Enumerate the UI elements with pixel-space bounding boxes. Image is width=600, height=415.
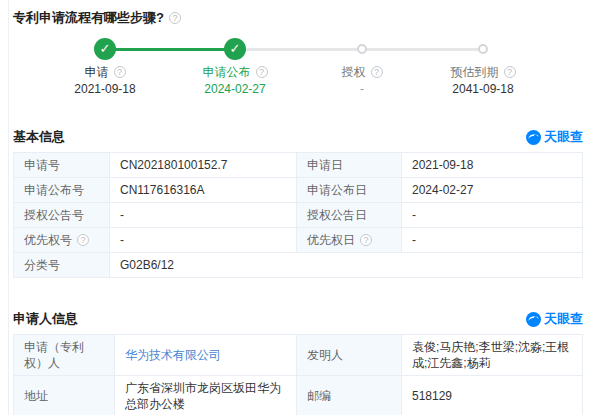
step-label-text: 申请公布: [203, 64, 251, 81]
step-pending-icon: [357, 44, 367, 54]
table-row: 授权公告号 - 授权公告日 -: [14, 203, 583, 228]
patent-detail-panel: 专利申请流程有哪些步骤? ? ✓ ✓ 申请 ? 2021-09-18 申请公布 …: [13, 0, 583, 415]
table-row: 申请（专利权）人 华为技术有限公司 发明人 袁俊;马庆艳;李世梁;沈淼;王根成;…: [14, 335, 583, 376]
field-label: 申请公布号: [14, 178, 110, 203]
field-value: -: [110, 203, 297, 228]
field-value: 2024-02-27: [402, 178, 583, 203]
step-label-apply: 申请 ?: [35, 65, 175, 79]
field-label: 申请公布日: [297, 178, 402, 203]
field-value: -: [402, 228, 583, 253]
section-title: 申请人信息: [13, 310, 78, 328]
step-label-text: 授权: [342, 64, 366, 81]
field-value: 2021-09-18: [402, 153, 583, 178]
field-label: 授权公告号: [14, 203, 110, 228]
field-label: 申请（专利权）人: [14, 335, 115, 376]
help-icon[interactable]: ?: [504, 66, 516, 78]
stepper-track-done: [105, 48, 235, 51]
help-icon[interactable]: ?: [256, 66, 268, 78]
help-icon[interactable]: ?: [371, 66, 383, 78]
applicant-company-link[interactable]: 华为技术有限公司: [125, 348, 221, 362]
field-label: 申请号: [14, 153, 110, 178]
field-label-text: 优先权号: [24, 232, 72, 248]
field-value: 广东省深圳市龙岗区坂田华为总部办公楼: [115, 376, 297, 415]
panel-left-border: [8, 0, 9, 415]
field-value: 518129: [402, 376, 583, 415]
tianyancha-eye-icon: [526, 130, 541, 145]
field-label: 优先权号?: [14, 228, 110, 253]
field-value: CN117616316A: [110, 178, 297, 203]
help-icon[interactable]: ?: [360, 234, 372, 246]
step-date-expiry: 2041-09-18: [413, 82, 553, 97]
step-date-grant: -: [292, 82, 432, 97]
applicant-info-header: 申请人信息 天眼查: [13, 309, 583, 329]
applicant-info-table: 申请（专利权）人 华为技术有限公司 发明人 袁俊;马庆艳;李世梁;沈淼;王根成;…: [13, 334, 583, 415]
step-done-icon: ✓: [94, 38, 116, 60]
field-label-text: 优先权日: [307, 232, 355, 248]
flow-header: 专利申请流程有哪些步骤? ?: [13, 0, 583, 27]
patent-flow-stepper: ✓ ✓ 申请 ? 2021-09-18 申请公布 ? 2024-02-27 授权…: [13, 29, 583, 99]
basic-info-table: 申请号 CN202180100152.7 申请日 2021-09-18 申请公布…: [13, 152, 583, 278]
step-done-icon: ✓: [224, 38, 246, 60]
table-row: 优先权号? - 优先权日? -: [14, 228, 583, 253]
table-row: 申请公布号 CN117616316A 申请公布日 2024-02-27: [14, 178, 583, 203]
flow-title: 专利申请流程有哪些步骤?: [13, 9, 164, 27]
field-label: 地址: [14, 376, 115, 415]
step-date-publication: 2024-02-27: [165, 82, 305, 97]
step-label-expiry: 预估到期 ?: [413, 65, 553, 79]
section-title: 基本信息: [13, 128, 65, 146]
help-icon[interactable]: ?: [114, 66, 126, 78]
brand-name: 天眼查: [544, 128, 583, 146]
field-value: G02B6/12: [110, 253, 583, 278]
help-icon[interactable]: ?: [77, 234, 89, 246]
step-label-text: 申请: [85, 64, 109, 81]
field-label: 分类号: [14, 253, 110, 278]
field-value: CN202180100152.7: [110, 153, 297, 178]
field-value: 袁俊;马庆艳;李世梁;沈淼;王根成;江先鑫;杨莉: [402, 335, 583, 376]
step-label-grant: 授权 ?: [292, 65, 432, 79]
field-label: 发明人: [297, 335, 402, 376]
field-label: 授权公告日: [297, 203, 402, 228]
tianyancha-logo[interactable]: 天眼查: [526, 310, 583, 328]
table-row: 分类号 G02B6/12: [14, 253, 583, 278]
field-value: 华为技术有限公司: [115, 335, 297, 376]
field-label: 邮编: [297, 376, 402, 415]
field-label: 申请日: [297, 153, 402, 178]
help-icon[interactable]: ?: [169, 12, 181, 24]
field-value: -: [402, 203, 583, 228]
basic-info-header: 基本信息 天眼查: [13, 127, 583, 147]
field-label: 优先权日?: [297, 228, 402, 253]
table-row: 地址 广东省深圳市龙岗区坂田华为总部办公楼 邮编 518129: [14, 376, 583, 415]
step-label-text: 预估到期: [451, 64, 499, 81]
step-date-apply: 2021-09-18: [35, 82, 175, 97]
step-label-publication: 申请公布 ?: [165, 65, 305, 79]
brand-name: 天眼查: [544, 310, 583, 328]
step-pending-icon: [478, 44, 488, 54]
table-row: 申请号 CN202180100152.7 申请日 2021-09-18: [14, 153, 583, 178]
tianyancha-logo[interactable]: 天眼查: [526, 128, 583, 146]
field-value: -: [110, 228, 297, 253]
tianyancha-eye-icon: [526, 312, 541, 327]
